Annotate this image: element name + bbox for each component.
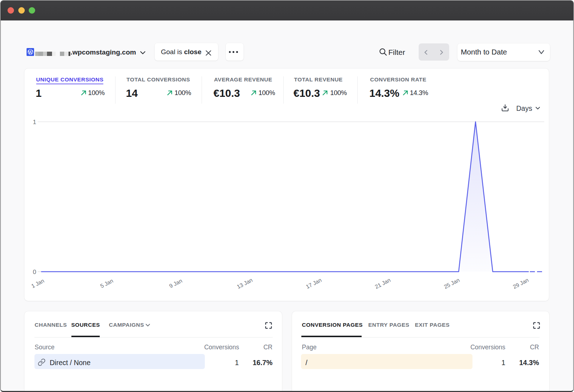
svg-text:17 Jan: 17 Jan: [305, 277, 322, 289]
svg-text:29 Jan: 29 Jan: [512, 277, 529, 289]
svg-text:1 Jan: 1 Jan: [30, 277, 45, 289]
svg-text:1: 1: [33, 118, 36, 125]
svg-text:13 Jan: 13 Jan: [236, 277, 253, 289]
svg-text:25 Jan: 25 Jan: [443, 277, 460, 289]
svg-text:0: 0: [33, 269, 36, 275]
svg-text:21 Jan: 21 Jan: [374, 277, 391, 289]
svg-text:9 Jan: 9 Jan: [168, 277, 183, 289]
svg-text:5 Jan: 5 Jan: [99, 277, 114, 289]
